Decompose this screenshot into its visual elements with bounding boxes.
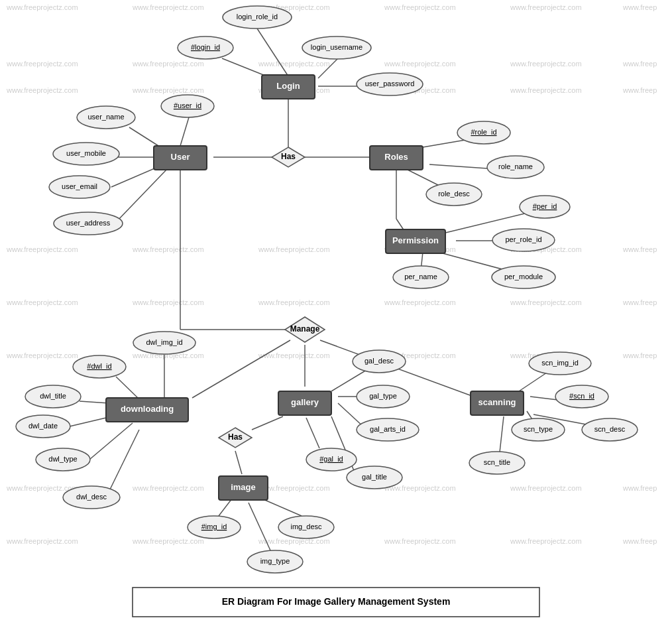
- attr-dwl-desc-label: dwl_desc: [76, 493, 107, 501]
- svg-line-93: [500, 416, 504, 452]
- svg-text:www.freep: www.freep: [622, 86, 657, 94]
- entity-user-label: User: [171, 152, 190, 162]
- svg-text:www.freep: www.freep: [622, 484, 657, 492]
- svg-text:www.freeprojectz.com: www.freeprojectz.com: [258, 298, 330, 306]
- svg-text:www.freeprojectz.com: www.freeprojectz.com: [132, 60, 204, 68]
- attr-user-password-label: user_password: [365, 80, 415, 88]
- attr-user-name-label: user_name: [87, 113, 124, 121]
- svg-text:www.freeprojectz.com: www.freeprojectz.com: [510, 86, 582, 94]
- attr-dwl-type-label: dwl_type: [48, 455, 77, 463]
- svg-line-59: [116, 169, 167, 222]
- attr-dwl-img-id-label: dwl_img_id: [146, 338, 182, 346]
- attr-scn-img-id-label: scn_img_id: [541, 359, 579, 367]
- attr-dwl-id-label: #dwl_id: [87, 362, 111, 370]
- svg-text:www.freeprojectz.com: www.freeprojectz.com: [258, 60, 330, 68]
- attr-img-type-label: img_type: [260, 557, 290, 565]
- svg-text:www.freeprojectz.com: www.freeprojectz.com: [6, 537, 78, 545]
- entity-login-label: Login: [276, 81, 300, 91]
- attr-per-role-id-label: per_role_id: [505, 235, 541, 243]
- attr-scn-type-label: scn_type: [524, 425, 553, 433]
- svg-text:www.freep: www.freep: [622, 351, 657, 359]
- entity-roles-label: Roles: [384, 152, 408, 162]
- svg-text:www.freeprojectz.com: www.freeprojectz.com: [132, 245, 204, 253]
- svg-text:www.freep: www.freep: [622, 60, 657, 68]
- svg-line-78: [89, 423, 133, 460]
- attr-gal-type-label: gal_type: [369, 392, 397, 400]
- svg-line-84: [306, 418, 319, 448]
- svg-text:www.freep: www.freep: [622, 537, 657, 545]
- svg-text:www.freeprojectz.com: www.freeprojectz.com: [132, 3, 204, 11]
- svg-text:www.freeprojectz.com: www.freeprojectz.com: [6, 351, 78, 359]
- er-diagram: www.freeprojectz.com www.freeprojectz.co…: [0, 0, 672, 624]
- svg-text:www.freeprojectz.com: www.freeprojectz.com: [132, 298, 204, 306]
- svg-line-75: [116, 377, 139, 399]
- svg-text:www.freep: www.freep: [622, 298, 657, 306]
- attr-scn-id-label: #scn_id: [569, 392, 594, 400]
- entity-image-label: image: [231, 482, 256, 492]
- svg-text:www.freeprojectz.com: www.freeprojectz.com: [384, 60, 456, 68]
- svg-text:www.freeprojectz.com: www.freeprojectz.com: [258, 537, 330, 545]
- svg-line-80: [331, 368, 370, 391]
- attr-login-username-label: login_username: [311, 43, 363, 51]
- attr-login-id-label: #login_id: [191, 43, 220, 51]
- svg-text:www.freeprojectz.com: www.freeprojectz.com: [6, 245, 78, 253]
- svg-text:www.freeprojectz.com: www.freeprojectz.com: [132, 86, 204, 94]
- svg-text:www.freeprojectz.com: www.freeprojectz.com: [384, 3, 456, 11]
- attr-user-mobile-label: user_mobile: [66, 149, 106, 157]
- attr-scn-title-label: scn_title: [484, 458, 510, 466]
- entity-scanning-label: scanning: [478, 397, 516, 407]
- svg-text:www.freeprojectz.com: www.freeprojectz.com: [510, 298, 582, 306]
- svg-line-89: [249, 503, 270, 550]
- svg-text:www.freeprojectz.com: www.freeprojectz.com: [510, 537, 582, 545]
- attr-dwl-date-label: dwl_date: [28, 422, 58, 430]
- svg-text:www.freeprojectz.com: www.freeprojectz.com: [258, 245, 330, 253]
- svg-text:www.freeprojectz.com: www.freeprojectz.com: [384, 537, 456, 545]
- entity-gallery-label: gallery: [291, 397, 319, 407]
- attr-role-desc-label: role_desc: [438, 190, 470, 198]
- attr-role-name-label: role_name: [498, 162, 533, 170]
- svg-text:www.freeprojectz.com: www.freeprojectz.com: [132, 484, 204, 492]
- relationship-has1-label: Has: [281, 152, 296, 161]
- entity-permission-label: Permission: [392, 235, 439, 245]
- attr-per-id-label: #per_id: [533, 202, 557, 210]
- svg-text:www.freep: www.freep: [622, 245, 657, 253]
- svg-text:www.freeprojectz.com: www.freeprojectz.com: [6, 86, 78, 94]
- er-diagram-svg: www.freeprojectz.com www.freeprojectz.co…: [0, 0, 672, 624]
- attr-dwl-title-label: dwl_title: [40, 392, 66, 400]
- svg-line-86: [235, 451, 242, 474]
- attr-gal-title-label: gal_title: [362, 473, 387, 481]
- svg-text:www.freeprojectz.com: www.freeprojectz.com: [6, 3, 78, 11]
- svg-line-55: [180, 117, 189, 146]
- attr-user-id-label: #user_id: [174, 101, 201, 109]
- svg-text:www.freeprojectz.com: www.freeprojectz.com: [384, 298, 456, 306]
- svg-line-71: [192, 340, 290, 398]
- svg-text:www.freeprojectz.com: www.freeprojectz.com: [6, 298, 78, 306]
- svg-line-50: [318, 58, 338, 78]
- attr-role-id-label: #role_id: [471, 128, 496, 136]
- attr-img-id-label: #img_id: [201, 523, 227, 530]
- attr-img-desc-label: img_desc: [290, 523, 322, 530]
- svg-line-48: [257, 29, 288, 76]
- svg-line-88: [262, 499, 302, 516]
- attr-login-role-id-label: login_role_id: [237, 13, 278, 21]
- svg-text:www.freeprojectz.com: www.freeprojectz.com: [510, 484, 582, 492]
- svg-line-90: [517, 373, 547, 393]
- attr-user-email-label: user_email: [62, 182, 97, 190]
- svg-text:www.freeprojectz.com: www.freeprojectz.com: [132, 537, 204, 545]
- diagram-title: ER Diagram For Image Gallery Management …: [222, 596, 451, 607]
- svg-text:www.freep: www.freep: [622, 3, 657, 11]
- svg-text:www.freeprojectz.com: www.freeprojectz.com: [6, 60, 78, 68]
- relationship-manage-label: Manage: [290, 324, 320, 334]
- attr-gal-id-label: #gal_id: [319, 455, 343, 463]
- attr-per-module-label: per_module: [504, 273, 543, 281]
- svg-text:www.freeprojectz.com: www.freeprojectz.com: [510, 60, 582, 68]
- svg-text:www.freeprojectz.com: www.freeprojectz.com: [510, 3, 582, 11]
- relationship-has2-label: Has: [228, 432, 243, 442]
- svg-line-87: [219, 499, 232, 516]
- attr-per-name-label: per_name: [404, 273, 437, 281]
- attr-user-address-label: user_address: [66, 219, 111, 227]
- attr-gal-arts-id-label: gal_arts_id: [370, 425, 406, 433]
- svg-text:www.freeprojectz.com: www.freeprojectz.com: [258, 484, 330, 492]
- entity-downloading-label: downloading: [121, 404, 174, 414]
- attr-gal-desc-label: gal_desc: [364, 357, 394, 365]
